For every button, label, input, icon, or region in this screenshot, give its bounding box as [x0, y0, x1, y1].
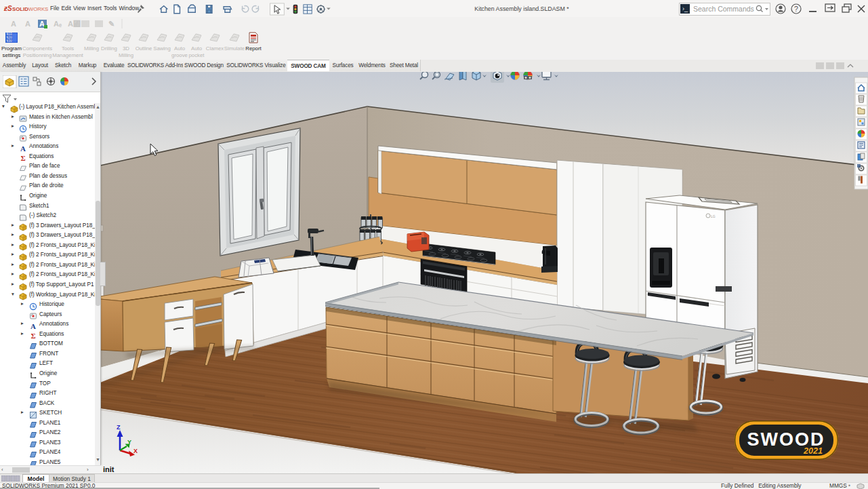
svg-text:2021: 2021	[803, 446, 823, 456]
svg-text:✎: ✎	[108, 20, 115, 28]
svg-text:A↏: A↏	[68, 20, 81, 28]
svg-text:A: A	[39, 20, 45, 28]
svg-text:?: ?	[794, 5, 798, 13]
svg-text:Σ: Σ	[20, 154, 25, 162]
svg-text:X: X	[133, 448, 138, 454]
svg-text:N30: N30	[7, 39, 12, 43]
svg-text:A: A	[20, 144, 26, 153]
svg-text:Y: Y	[127, 439, 131, 446]
svg-text:A: A	[25, 20, 30, 28]
svg-text:LG: LG	[711, 214, 716, 218]
svg-text:SOLIDWORKS: SOLIDWORKS	[12, 6, 48, 12]
svg-text:A: A	[11, 20, 16, 28]
svg-text:Aₑ: Aₑ	[54, 20, 62, 28]
svg-text:init: init	[103, 465, 115, 473]
svg-text:Z: Z	[117, 424, 121, 431]
svg-text:A: A	[30, 322, 36, 330]
svg-text:Σ: Σ	[30, 332, 35, 340]
svg-text:ƶS: ƶS	[3, 5, 12, 12]
